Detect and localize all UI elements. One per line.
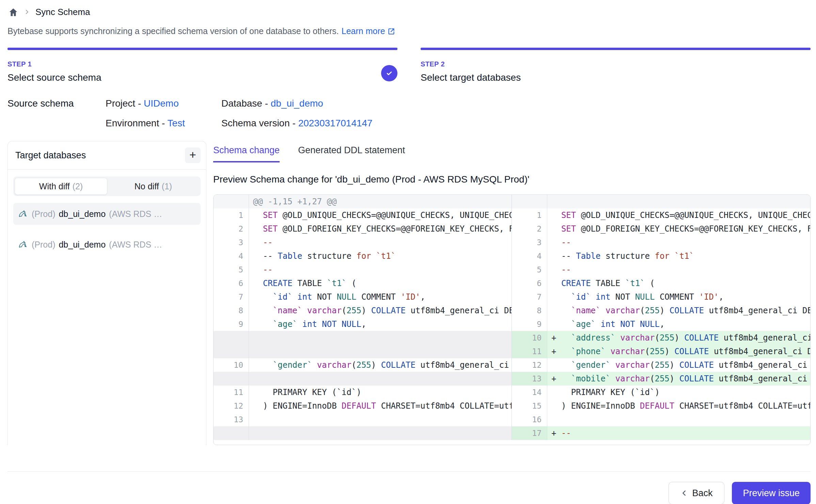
diff-row: 1SET @OLD_UNIQUE_CHECKS=@@UNIQUE_CHECKS,…: [512, 208, 810, 222]
schema-version-link[interactable]: 20230317014147: [298, 118, 373, 128]
diff-row: 5--: [214, 263, 512, 277]
line-number: 5: [214, 263, 249, 277]
main-split: Target databases + With diff(2)No diff(1…: [7, 141, 811, 445]
code-line: PRIMARY KEY (`id`): [249, 385, 512, 399]
code-line: --: [249, 263, 512, 277]
code-line: SET @OLD_FOREIGN_KEY_CHECKS=@@FOREIGN_KE…: [547, 222, 810, 236]
learn-more-label: Learn more: [342, 26, 385, 36]
step-1-bar: [7, 48, 397, 50]
code-line: `gender` varchar(255) COLLATE utf8mb4_ge…: [249, 358, 512, 372]
code-line: [249, 331, 512, 345]
diff-row: 6CREATE TABLE `t1` (: [214, 277, 512, 290]
external-link-icon: [387, 27, 395, 35]
diff-row: @@ -1,15 +1,27 @@: [214, 195, 512, 208]
line-number: 10: [512, 331, 547, 345]
learn-more-link[interactable]: Learn more: [342, 26, 395, 36]
diff-pane-target: 1SET @OLD_UNIQUE_CHECKS=@@UNIQUE_CHECKS,…: [512, 195, 810, 440]
diff-row: 11 PRIMARY KEY (`id`): [214, 385, 512, 399]
line-number: 15: [512, 399, 547, 413]
code-line: CREATE TABLE `t1` (: [547, 277, 810, 290]
diff-filter-tabs: With diff(2)No diff(1): [13, 176, 201, 196]
tab-schema-change[interactable]: Schema change: [213, 145, 280, 162]
code-line: SET @OLD_UNIQUE_CHECKS=@@UNIQUE_CHECKS, …: [249, 208, 512, 222]
project-link[interactable]: UIDemo: [144, 98, 179, 109]
code-line: [547, 413, 810, 426]
diff-row: [214, 426, 512, 440]
code-line: `id` int NOT NULL COMMENT 'ID',: [547, 290, 810, 304]
code-line: `age` int NOT NULL,: [249, 317, 512, 331]
environment-link[interactable]: Test: [168, 118, 185, 128]
step-1-complete-icon: [381, 65, 397, 81]
database-link[interactable]: db_ui_demo: [271, 98, 323, 109]
line-number: 11: [512, 345, 547, 358]
diff-row: 17+--: [512, 426, 810, 440]
page-description: Bytebase supports synchronizing a specif…: [7, 26, 811, 36]
sync-schema-page: Sync Schema Bytebase supports synchroniz…: [0, 0, 816, 445]
code-line: + `mobile` varchar(255) COLLATE utf8mb4_…: [547, 372, 810, 385]
line-number: 17: [512, 426, 547, 440]
diff-row: 4-- Table structure for `t1`: [512, 249, 810, 263]
diff-row: 7 `id` int NOT NULL COMMENT 'ID',: [214, 290, 512, 304]
code-line: +--: [547, 426, 810, 440]
preview-title: Preview Schema change for 'db_ui_demo (P…: [213, 174, 811, 185]
preview-tabs: Schema change Generated DDL statement: [213, 141, 811, 162]
source-database-field: Database - db_ui_demo: [221, 98, 811, 109]
source-environment-field: Environment - Test: [106, 118, 221, 129]
schema-preview-area: Schema change Generated DDL statement Pr…: [206, 141, 811, 445]
filter-tab-with-diff[interactable]: With diff(2): [15, 178, 107, 195]
line-number: 9: [214, 317, 249, 331]
diff-row: 4-- Table structure for `t1`: [214, 249, 512, 263]
diff-row: 3--: [512, 236, 810, 249]
code-line: CREATE TABLE `t1` (: [249, 277, 512, 290]
tab-generated-ddl[interactable]: Generated DDL statement: [298, 145, 405, 162]
mysql-icon: [18, 209, 28, 219]
diff-row: 7 `id` int NOT NULL COMMENT 'ID',: [512, 290, 810, 304]
code-line: `name` varchar(255) COLLATE utf8mb4_gene…: [249, 304, 512, 317]
schema-version-label: Schema version: [221, 118, 290, 128]
line-number: 13: [512, 372, 547, 385]
line-number: 16: [512, 413, 547, 426]
description-text: Bytebase supports synchronizing a specif…: [7, 26, 339, 36]
code-line: ) ENGINE=InnoDB DEFAULT CHARSET=utf8mb4 …: [249, 399, 512, 413]
step-1-label: STEP 1: [7, 60, 101, 68]
footer-actions: Back Preview issue: [7, 471, 811, 504]
code-line: ) ENGINE=InnoDB DEFAULT CHARSET=utf8mb4 …: [547, 399, 810, 413]
code-line: --: [547, 263, 810, 277]
line-number: 1: [512, 208, 547, 222]
diff-row: 13: [214, 413, 512, 426]
code-line: `name` varchar(255) COLLATE utf8mb4_gene…: [547, 304, 810, 317]
code-line: `id` int NOT NULL COMMENT 'ID',: [249, 290, 512, 304]
line-number: 8: [512, 304, 547, 317]
database-instance: (AWS RDS MySQL Prod): [109, 240, 169, 250]
preview-issue-button[interactable]: Preview issue: [732, 482, 811, 504]
diff-row: 14 PRIMARY KEY (`id`): [512, 385, 810, 399]
code-line: [547, 195, 810, 208]
line-number: [214, 195, 249, 208]
code-line: [249, 413, 512, 426]
mysql-icon: [18, 239, 28, 250]
code-line: [249, 426, 512, 440]
line-number: [214, 331, 249, 345]
line-number: 10: [214, 358, 249, 372]
filter-tab-no-diff[interactable]: No diff(1): [107, 178, 199, 195]
diff-row: [214, 372, 512, 385]
diff-row: 2SET @OLD_FOREIGN_KEY_CHECKS=@@FOREIGN_K…: [512, 222, 810, 236]
diff-row: 6CREATE TABLE `t1` (: [512, 277, 810, 290]
target-database-item[interactable]: (Prod)db_ui_demo(AWS RDS MySQL Prod): [13, 234, 201, 255]
line-number: 12: [214, 399, 249, 413]
code-line: -- Table structure for `t1`: [547, 249, 810, 263]
line-number: 14: [512, 385, 547, 399]
diff-row: 13+ `mobile` varchar(255) COLLATE utf8mb…: [512, 372, 810, 385]
project-label: Project: [106, 98, 135, 109]
back-button[interactable]: Back: [669, 482, 724, 504]
home-icon[interactable]: [8, 7, 18, 17]
add-target-database-button[interactable]: +: [185, 147, 201, 163]
back-button-label: Back: [692, 488, 712, 499]
source-project-field: Project - UIDemo: [106, 98, 221, 109]
breadcrumb: Sync Schema: [7, 7, 811, 17]
diff-row: [512, 195, 810, 208]
diff-row: 10+ `address` varchar(255) COLLATE utf8m…: [512, 331, 810, 345]
code-line: `gender` varchar(255) COLLATE utf8mb4_ge…: [547, 358, 810, 372]
target-database-item[interactable]: (Prod)db_ui_demo(AWS RDS MySQL Prod): [13, 203, 201, 225]
line-number: 6: [512, 277, 547, 290]
